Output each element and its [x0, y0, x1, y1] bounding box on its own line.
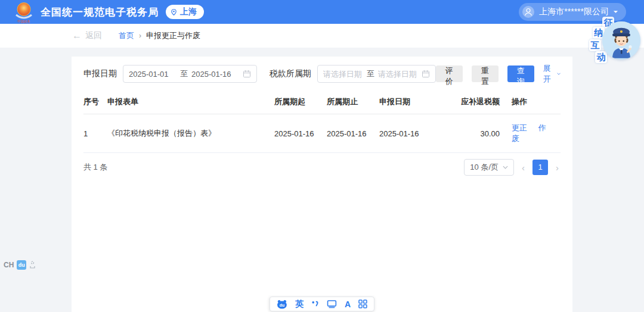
ime-grid-menu-icon[interactable] [358, 299, 367, 308]
mascot-char: 互 [589, 39, 601, 51]
baidu-ime-badge[interactable]: du [17, 260, 26, 270]
correct-action-link[interactable]: 更正 [512, 123, 527, 132]
ime-language-bar[interactable]: CH du [4, 260, 36, 270]
filter-row: 申报日期 至 税款所属期 至 [83, 65, 561, 83]
cell-form: 《印花税纳税申报（报告）表》 [107, 114, 274, 153]
ime-punctuation-icon[interactable] [311, 299, 319, 308]
col-operations: 操作 [510, 90, 561, 114]
breadcrumb: 首页 › 申报更正与作废 [119, 30, 200, 41]
location-label: 上海 [180, 7, 197, 17]
page-size-select[interactable]: 10 条/页 [464, 159, 514, 176]
cell-amount: 30.00 [439, 114, 510, 153]
language-indicator: CH [4, 261, 14, 269]
tax-period-range[interactable]: 至 [317, 65, 436, 83]
user-company-name: 上海市******限公司 [539, 7, 609, 17]
tax-emblem-logo: 中国税务 [13, 1, 35, 24]
table-header-row: 序号 申报表单 所属期起 所属期止 申报日期 应补退税额 操作 [83, 90, 561, 114]
col-declare-date: 申报日期 [379, 90, 439, 114]
declare-date-start-input[interactable] [129, 70, 177, 79]
breadcrumb-current: 申报更正与作废 [146, 30, 200, 41]
breadcrumb-bar: ← 返回 首页 › 申报更正与作废 [0, 24, 644, 48]
cell-period-end: 2025-01-16 [327, 114, 379, 153]
chevron-down-icon [503, 166, 508, 169]
query-button[interactable]: 查询 [507, 65, 534, 82]
total-count-label: 共 1 条 [83, 162, 107, 173]
tax-period-label: 税款所属期 [270, 68, 311, 79]
page-size-value: 10 条/页 [470, 162, 499, 173]
baidu-ime-bear-icon[interactable]: du [277, 299, 287, 309]
declaration-table: 序号 申报表单 所属期起 所属期止 申报日期 应补退税额 操作 1 《印花税纳税… [83, 90, 561, 153]
location-pin-icon [170, 8, 178, 16]
declare-date-end-input[interactable] [191, 70, 239, 79]
ime-toolbar[interactable]: du 英 A [270, 297, 374, 311]
content-card: 申报日期 至 税款所属期 至 [72, 57, 572, 312]
range-to-label: 至 [180, 68, 188, 79]
chevron-down-icon [613, 10, 618, 14]
interaction-assistant-widget[interactable]: 征 纳 互 动 [588, 17, 642, 64]
cell-period-start: 2025-01-16 [274, 114, 327, 153]
reset-button[interactable]: 重置 [472, 65, 499, 82]
pagination: 共 1 条 10 条/页 ‹ 1 › [83, 159, 561, 176]
range-to-label: 至 [367, 68, 374, 79]
table-row: 1 《印花税纳税申报（报告）表》 2025-01-16 2025-01-16 2… [83, 114, 561, 153]
page-title: 全国统一规范电子税务局 [41, 5, 159, 19]
calendar-icon[interactable] [422, 70, 430, 78]
evaluate-button[interactable]: 评价 [436, 65, 463, 82]
mascot-char: 动 [595, 51, 607, 63]
col-amount: 应补退税额 [439, 90, 510, 114]
back-label: 返回 [85, 30, 102, 41]
ime-move-icon[interactable] [29, 261, 36, 269]
tax-officer-mascot-icon [602, 21, 640, 60]
back-arrow-icon: ← [72, 31, 82, 40]
ime-bear-label: du [280, 302, 284, 307]
location-switcher[interactable]: 上海 [166, 5, 204, 19]
app-header: 中国税务 全国统一规范电子税务局 上海 上海市******限公司 [0, 0, 644, 24]
col-period-start: 所属期起 [274, 90, 327, 114]
ime-keyboard-icon[interactable] [327, 299, 337, 308]
page-1-button[interactable]: 1 [532, 160, 548, 175]
declare-date-label: 申报日期 [83, 68, 117, 79]
tax-period-end-input[interactable] [378, 70, 418, 79]
col-index: 序号 [83, 90, 107, 114]
filter-actions: 评价 重置 查询 展开 [436, 63, 561, 85]
expand-toggle[interactable]: 展开 [543, 63, 561, 85]
logo-caption: 中国税务 [17, 20, 31, 24]
breadcrumb-home-link[interactable]: 首页 [119, 30, 134, 41]
col-form: 申报表单 [107, 90, 274, 114]
ime-language-mode-button[interactable]: 英 [295, 299, 304, 310]
chevron-down-icon [557, 72, 561, 76]
prev-page-button[interactable]: ‹ [520, 163, 527, 173]
calendar-icon[interactable] [243, 70, 251, 78]
back-button[interactable]: ← 返回 [72, 30, 102, 41]
breadcrumb-separator: › [139, 32, 141, 40]
user-avatar-icon [522, 5, 535, 18]
next-page-button[interactable]: › [554, 163, 561, 173]
ime-font-button[interactable]: A [345, 299, 351, 309]
cell-index: 1 [83, 114, 107, 153]
col-period-end: 所属期止 [327, 90, 379, 114]
tax-period-start-input[interactable] [323, 70, 363, 79]
declare-date-range[interactable]: 至 [123, 65, 257, 83]
cell-declare-date: 2025-01-16 [379, 114, 439, 153]
expand-label: 展开 [543, 63, 554, 85]
